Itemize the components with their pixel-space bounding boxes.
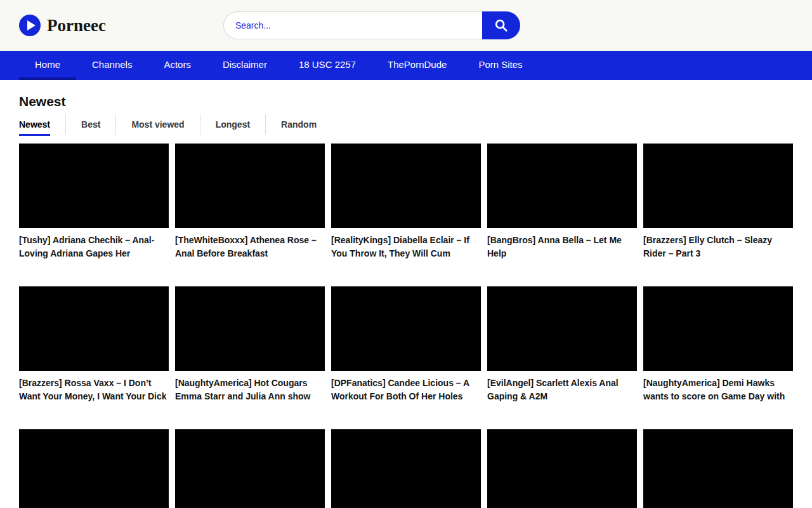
video-card[interactable]	[643, 429, 793, 508]
video-card[interactable]	[487, 429, 637, 508]
search-button[interactable]	[482, 11, 520, 39]
nav-item-disclaimer[interactable]: Disclaimer	[207, 51, 283, 80]
video-card[interactable]: [TheWhiteBoxxx] Athenea Rose – Anal Befo…	[175, 144, 325, 260]
video-thumbnail[interactable]	[487, 429, 637, 508]
video-thumbnail[interactable]	[175, 429, 325, 508]
video-title[interactable]: [BangBros] Anna Bella – Let Me Help	[487, 234, 637, 260]
video-title[interactable]: [NaughtyAmerica] Demi Hawks wants to sco…	[643, 377, 793, 403]
nav-item-18-usc-2257[interactable]: 18 USC 2257	[283, 51, 372, 80]
tab-newest[interactable]: Newest	[19, 114, 66, 135]
logo-text: Porneec	[47, 16, 106, 36]
video-thumbnail[interactable]	[175, 144, 325, 228]
video-card[interactable]: [Tushy] Adriana Chechik – Anal-Loving Ad…	[19, 144, 169, 260]
sort-tabs: Newest Best Most viewed Longest Random	[19, 114, 793, 135]
video-card[interactable]: [NaughtyAmerica] Demi Hawks wants to sco…	[643, 286, 793, 403]
video-card[interactable]: [BangBros] Anna Bella – Let Me Help	[487, 144, 637, 260]
video-card[interactable]	[19, 429, 169, 508]
main-nav: Home Channels Actors Disclaimer 18 USC 2…	[0, 51, 812, 80]
video-thumbnail[interactable]	[19, 286, 169, 371]
video-card[interactable]: [Brazzers] Elly Clutch – Sleazy Rider – …	[643, 144, 793, 260]
video-thumbnail[interactable]	[643, 429, 793, 508]
video-thumbnail[interactable]	[175, 286, 325, 371]
tab-best[interactable]: Best	[66, 114, 116, 135]
video-title[interactable]: [RealityKings] Diabella Eclair – If You …	[331, 234, 481, 260]
tab-random[interactable]: Random	[266, 114, 332, 135]
tab-longest[interactable]: Longest	[200, 114, 266, 135]
play-icon	[19, 15, 41, 36]
nav-item-porn-sites[interactable]: Porn Sites	[462, 51, 538, 80]
section-title: Newest	[19, 94, 793, 109]
video-title[interactable]: [Brazzers] Elly Clutch – Sleazy Rider – …	[643, 234, 793, 260]
search-form	[223, 11, 520, 39]
video-thumbnail[interactable]	[487, 286, 637, 371]
search-icon	[494, 18, 508, 32]
video-title[interactable]: [Brazzers] Rossa Vaxx – I Don’t Want You…	[19, 377, 169, 403]
video-card[interactable]	[331, 429, 481, 508]
video-card[interactable]: [EvilAngel] Scarlett Alexis Anal Gaping …	[487, 286, 637, 403]
video-thumbnail[interactable]	[331, 286, 481, 371]
nav-item-channels[interactable]: Channels	[76, 51, 148, 80]
site-logo[interactable]: Porneec	[19, 15, 106, 36]
video-title[interactable]: [TheWhiteBoxxx] Athenea Rose – Anal Befo…	[175, 234, 325, 260]
video-thumbnail[interactable]	[331, 429, 481, 508]
video-grid: [Tushy] Adriana Chechik – Anal-Loving Ad…	[19, 144, 793, 508]
nav-item-actors[interactable]: Actors	[148, 51, 207, 80]
video-thumbnail[interactable]	[19, 144, 169, 228]
video-title[interactable]: [Tushy] Adriana Chechik – Anal-Loving Ad…	[19, 234, 169, 260]
video-card[interactable]: [DPFanatics] Candee Licious – A Workout …	[331, 286, 481, 403]
video-title[interactable]: [EvilAngel] Scarlett Alexis Anal Gaping …	[487, 377, 637, 403]
search-input[interactable]	[223, 11, 482, 39]
video-thumbnail[interactable]	[487, 144, 637, 228]
nav-item-theporndude[interactable]: ThePornDude	[372, 51, 462, 80]
video-thumbnail[interactable]	[19, 429, 169, 508]
nav-item-home[interactable]: Home	[19, 51, 76, 80]
video-thumbnail[interactable]	[643, 144, 793, 228]
video-thumbnail[interactable]	[643, 286, 793, 371]
main-content: Newest Newest Best Most viewed Longest R…	[0, 94, 812, 508]
video-card[interactable]	[175, 429, 325, 508]
video-card[interactable]: [Brazzers] Rossa Vaxx – I Don’t Want You…	[19, 286, 169, 403]
site-header: Porneec	[0, 0, 812, 51]
video-title[interactable]: [DPFanatics] Candee Licious – A Workout …	[331, 377, 481, 403]
tab-most-viewed[interactable]: Most viewed	[116, 114, 200, 135]
video-thumbnail[interactable]	[331, 144, 481, 228]
video-card[interactable]: [NaughtyAmerica] Hot Cougars Emma Starr …	[175, 286, 325, 403]
video-card[interactable]: [RealityKings] Diabella Eclair – If You …	[331, 144, 481, 260]
video-title[interactable]: [NaughtyAmerica] Hot Cougars Emma Starr …	[175, 377, 325, 403]
